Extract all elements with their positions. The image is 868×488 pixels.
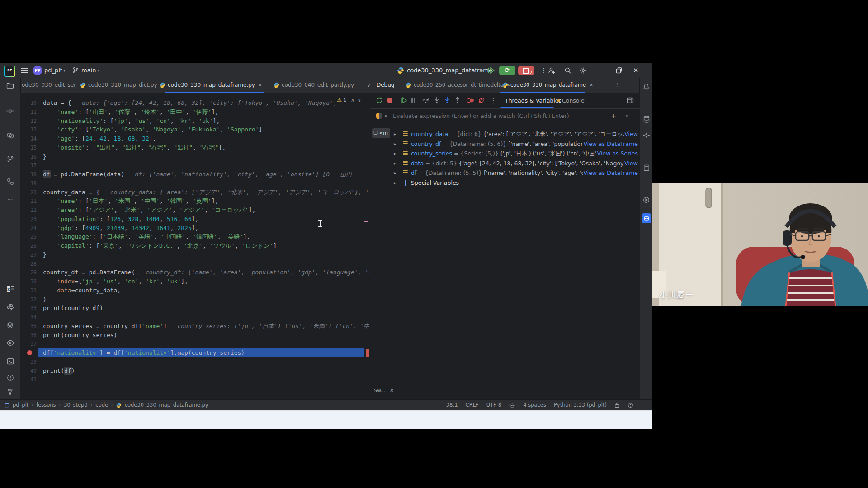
chevron-down-icon[interactable]: ▾ xyxy=(385,108,387,124)
indent-setting[interactable]: 4 spaces xyxy=(523,400,546,410)
code-line-34[interactable]: 34 xyxy=(20,313,370,322)
version-control-icon[interactable] xyxy=(0,389,20,395)
mute-breakpoints-icon[interactable] xyxy=(478,97,485,103)
branch-name[interactable]: main xyxy=(81,63,96,78)
code-line-28[interactable]: 28 xyxy=(20,259,370,268)
view-link[interactable]: View as Series xyxy=(597,149,638,158)
variable-row-country_df[interactable]: ▸country_df = {DataFrame: (5, 6)} ['name… xyxy=(391,139,638,149)
sciview-icon[interactable] xyxy=(0,340,20,346)
more-tool-windows-icon[interactable]: ⋯ xyxy=(0,196,20,203)
line-number[interactable]: 25 xyxy=(20,232,37,241)
git-graph-icon[interactable] xyxy=(0,155,20,163)
rerun-icon[interactable] xyxy=(376,97,383,104)
code-line-30[interactable]: 30 index=['jp', 'us', 'cn', 'kr', 'uk'], xyxy=(20,277,370,286)
resume-program-icon[interactable] xyxy=(487,67,495,74)
code-line-10[interactable]: 10data = { data: {'age': [24, 42, 18, 68… xyxy=(20,99,370,108)
line-number[interactable]: 30 xyxy=(20,277,37,286)
line-number[interactable]: 23 xyxy=(20,215,37,224)
line-separator[interactable]: CRLF xyxy=(466,400,479,410)
debug-tab-map-dataframe-active[interactable]: code30_330_map_dataframe✕ xyxy=(510,78,593,93)
evaluate-expression-input[interactable]: Evaluate expression (Enter) or add a wat… xyxy=(393,108,599,124)
line-number[interactable]: 17 xyxy=(20,161,37,170)
line-number[interactable]: 28 xyxy=(20,259,37,268)
breakpoint-dot[interactable] xyxy=(27,350,32,355)
layout-settings-icon[interactable] xyxy=(627,97,634,103)
line-number[interactable]: 20 xyxy=(20,188,37,197)
code-line-39[interactable]: 39 xyxy=(20,357,370,366)
line-number[interactable]: 35 xyxy=(20,322,37,331)
active-tool-icon[interactable] xyxy=(640,213,652,225)
next-problem-icon[interactable]: ∨ xyxy=(358,97,361,103)
special-variables-row[interactable]: ▸Special Variables xyxy=(391,178,638,188)
close-tab-icon[interactable]: ✕ xyxy=(258,82,262,88)
code-line-37[interactable]: 37 xyxy=(20,339,370,348)
code-line-20[interactable]: 20country_data = { country_data: {'area'… xyxy=(20,188,370,197)
tab-code30-030[interactable]: ode30_030_edit_series.py xyxy=(22,78,75,93)
expand-chevron-icon[interactable]: ▸ xyxy=(394,139,396,149)
prev-problem-icon[interactable]: ∧ xyxy=(351,97,354,103)
code-editor[interactable]: 10data = { data: {'age': [24, 42, 18, 68… xyxy=(20,93,370,399)
frames-cell-module[interactable]: <m xyxy=(372,128,390,138)
line-number[interactable]: 15 xyxy=(20,143,37,152)
line-number[interactable]: 16 xyxy=(20,152,37,161)
variable-row-country_data[interactable]: ▸country_data = {dict: 6} {'area': ['アジア… xyxy=(391,129,638,139)
python-packages-icon[interactable] xyxy=(0,304,20,311)
code-line-18[interactable]: 18df = pd.DataFrame(data) df: ['name', '… xyxy=(20,170,370,179)
code-line-15[interactable]: 15 'onsite': ["出社", "出社", "在宅", "出社", "在… xyxy=(20,143,370,152)
inspection-widget[interactable]: ⚠ 1 ∧ ∨ xyxy=(332,95,366,105)
code-line-32[interactable]: 32) xyxy=(20,295,370,304)
project-name[interactable]: pd_plt xyxy=(44,63,62,78)
code-line-17[interactable]: 17 xyxy=(20,161,370,170)
line-number[interactable]: 18 xyxy=(20,170,37,179)
line-number[interactable]: 12 xyxy=(20,117,37,126)
structure-icon[interactable] xyxy=(0,178,20,185)
code-line-11[interactable]: 11 'name': ['山田', '佐藤', '鈴木', '田中', '伊藤'… xyxy=(20,108,370,117)
caret-position[interactable]: 38:1 xyxy=(446,400,458,410)
tab-code30-330-active[interactable]: code30_330_map_dataframe.py✕ xyxy=(168,78,262,93)
close-tab-icon[interactable]: ✕ xyxy=(589,82,593,88)
debug-tab-timedelta[interactable]: code30_250_accesor_dt_timedelta✕ xyxy=(414,78,511,93)
tab-threads-variables[interactable]: Threads & Variables xyxy=(505,93,561,108)
line-number[interactable]: 14 xyxy=(20,134,37,143)
line-number[interactable]: 31 xyxy=(20,286,37,295)
code-line-27[interactable]: 27} xyxy=(20,250,370,259)
file-encoding[interactable]: UTF-8 xyxy=(486,400,502,410)
tab-code30-310[interactable]: code30_310_map_dict.py xyxy=(88,78,157,93)
code-line-16[interactable]: 16} xyxy=(20,152,370,161)
services-layers-icon[interactable] xyxy=(0,322,20,328)
stop-icon[interactable] xyxy=(387,98,392,103)
expand-chevron-icon[interactable]: ▸ xyxy=(394,159,396,168)
code-line-22[interactable]: 22 'area': ['アジア', '北米', 'アジア', 'アジア', '… xyxy=(20,206,370,215)
more-actions-icon[interactable]: ⋮ xyxy=(541,63,547,78)
line-number[interactable]: 13 xyxy=(20,125,37,134)
spreadsheet-icon[interactable]: x xyxy=(0,286,20,292)
line-number[interactable]: 26 xyxy=(20,241,37,250)
project-folder-icon[interactable] xyxy=(0,82,20,89)
line-number[interactable]: 27 xyxy=(20,250,37,259)
code-line-36[interactable]: 36print(country_series) xyxy=(20,331,370,340)
code-line-40[interactable]: 40print(df) xyxy=(20,366,370,375)
line-number[interactable]: 22 xyxy=(20,206,37,215)
code-line-13[interactable]: 13 'city': ['Tokyo', 'Osaka', 'Nagoya', … xyxy=(20,125,370,134)
pull-requests-icon[interactable]: ? xyxy=(0,132,20,139)
problems-icon[interactable] xyxy=(0,374,20,381)
code-line-12[interactable]: 12 'nationality': ['jp', 'us', 'cn', 'kr… xyxy=(20,117,370,126)
view-link[interactable]: View as DataFrame xyxy=(583,139,638,149)
tab-console[interactable]: Console xyxy=(562,93,585,108)
crumb-code[interactable]: code xyxy=(95,400,108,410)
line-number[interactable]: 33 xyxy=(20,304,37,313)
close-button[interactable]: ✕ xyxy=(633,63,639,78)
view-link[interactable]: View xyxy=(624,159,638,168)
line-number[interactable]: 34 xyxy=(20,313,37,322)
line-number[interactable]: 37 xyxy=(20,339,37,348)
notifications-bell-icon[interactable] xyxy=(640,83,652,90)
line-number[interactable]: 32 xyxy=(20,295,37,304)
main-menu-icon[interactable] xyxy=(21,68,28,73)
resume-icon[interactable] xyxy=(400,97,407,103)
header-options-icon[interactable]: ⋮ xyxy=(614,78,620,93)
pause-icon[interactable] xyxy=(411,97,416,103)
unlock-icon[interactable] xyxy=(614,402,620,408)
expand-chevron-icon[interactable]: ▸ xyxy=(394,178,396,188)
force-step-into-icon[interactable] xyxy=(444,97,450,104)
project-avatar[interactable]: PP xyxy=(33,66,42,75)
